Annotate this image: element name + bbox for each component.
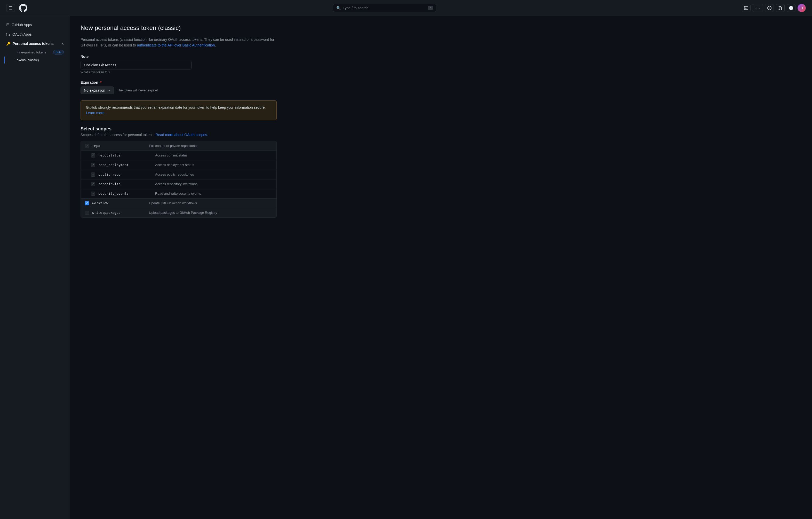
description-text: Personal access tokens (classic) functio…	[81, 37, 277, 48]
scope-desc-public-repo: Access public repositories	[155, 172, 194, 176]
expiration-hint: The token will never expire!	[117, 88, 158, 92]
hamburger-button[interactable]	[6, 4, 15, 12]
repo-checkbox[interactable]: ✓	[85, 144, 89, 148]
app-layout: ⊞ GitHub Apps OAuth Apps 🔑 Personal acce…	[0, 16, 812, 519]
note-group: Note What's this token for?	[81, 54, 277, 74]
scope-row-repo-deployment: ✓ repo_deployment Access deployment stat…	[81, 160, 277, 170]
expiration-select[interactable]: No expiration 7 days 30 days 60 days 90 …	[81, 86, 114, 94]
scope-name-repo-invite: repo:invite	[98, 182, 155, 186]
scope-name-workflow: workflow	[92, 201, 149, 205]
write-packages-checkbox[interactable]	[85, 211, 89, 215]
scopes-table: ✓ repo Full control of private repositor…	[81, 141, 277, 218]
topnav-left	[6, 4, 27, 12]
pullrequests-button[interactable]	[776, 4, 785, 12]
key-icon: 🔑	[6, 42, 10, 46]
sidebar-item-label: OAuth Apps	[12, 32, 32, 36]
scopes-desc: Scopes define the access for personal to…	[81, 133, 277, 137]
scope-row-public-repo: ✓ public_repo Access public repositories	[81, 170, 277, 180]
search-shortcut: /	[428, 6, 433, 10]
public-repo-checkbox[interactable]: ✓	[91, 172, 95, 176]
page-title: New personal access token (classic)	[81, 24, 802, 31]
issues-button[interactable]	[765, 4, 774, 12]
beta-badge: Beta	[53, 50, 64, 54]
description-link[interactable]: authenticate to the API over Basic Authe…	[137, 43, 215, 47]
scope-row-workflow: ✓ workflow Update GitHub Action workflow…	[81, 198, 277, 208]
avatar: U	[798, 4, 806, 12]
avatar-button[interactable]: U	[798, 4, 806, 12]
repo-deployment-checkbox[interactable]: ✓	[91, 163, 95, 167]
github-apps-icon: ⊞	[6, 22, 9, 27]
repo-invite-checkbox[interactable]: ✓	[91, 182, 95, 186]
scope-desc-repo-status: Access commit status	[155, 154, 187, 157]
repo-status-checkbox[interactable]: ✓	[91, 154, 95, 158]
oauth-apps-icon	[6, 32, 10, 37]
note-label: Note	[81, 54, 277, 59]
subitem-label: Tokens (classic)	[15, 58, 39, 62]
select-wrapper: No expiration 7 days 30 days 60 days 90 …	[81, 86, 277, 94]
scope-name-security-events: security_events	[98, 192, 155, 195]
sidebar-subitem-fine-grained[interactable]: Fine-grained tokens Beta	[6, 48, 68, 56]
warning-text: GitHub strongly recommends that you set …	[86, 105, 271, 116]
sidebar-item-label: GitHub Apps	[11, 23, 32, 27]
workflow-checkbox[interactable]: ✓	[85, 201, 89, 205]
oauth-scopes-link[interactable]: Read more about OAuth scopes.	[155, 133, 208, 137]
security-events-checkbox[interactable]: ✓	[91, 192, 95, 196]
topnav: 🔍 Type / to search / +	[0, 0, 812, 16]
sidebar-submenu: Fine-grained tokens Beta Tokens (classic…	[4, 48, 70, 63]
scopes-title: Select scopes	[81, 126, 277, 132]
sidebar-item-oauth-apps[interactable]: OAuth Apps	[2, 30, 68, 39]
note-input[interactable]	[81, 61, 192, 70]
github-logo	[19, 4, 27, 12]
scope-desc-workflow: Update GitHub Action workflows	[149, 201, 197, 205]
warning-box: GitHub strongly recommends that you set …	[81, 101, 277, 120]
scope-desc-security-events: Read and write security events	[155, 192, 201, 195]
expiration-group: Expiration * No expiration 7 days 30 day…	[81, 80, 277, 94]
scopes-section: Select scopes Scopes define the access f…	[81, 126, 277, 218]
search-icon: 🔍	[336, 6, 341, 10]
scope-desc-repo: Full control of private repositories	[149, 144, 198, 148]
new-label: +	[755, 6, 757, 10]
learn-more-link[interactable]: Learn more	[86, 111, 105, 115]
new-button[interactable]: +	[753, 4, 763, 12]
terminal-button[interactable]	[742, 4, 751, 12]
sidebar-item-label: Personal access tokens	[13, 42, 54, 46]
scope-row-repo-status: ✓ repo:status Access commit status	[81, 151, 277, 160]
scope-name-write-packages: write:packages	[92, 211, 149, 215]
sidebar-item-github-apps[interactable]: ⊞ GitHub Apps	[2, 20, 68, 29]
main-content: New personal access token (classic) Pers…	[70, 16, 812, 519]
required-asterisk: *	[100, 80, 102, 84]
subitem-label: Fine-grained tokens	[17, 50, 46, 54]
scope-row-write-packages: write:packages Upload packages to GitHub…	[81, 208, 277, 217]
sidebar-subitem-tokens-classic[interactable]: Tokens (classic)	[4, 57, 68, 63]
note-hint: What's this token for?	[81, 71, 277, 74]
scope-name-public-repo: public_repo	[98, 172, 155, 176]
scope-desc-write-packages: Upload packages to GitHub Package Regist…	[149, 211, 217, 215]
scope-row-repo-invite: ✓ repo:invite Access repository invitati…	[81, 180, 277, 189]
scope-desc-repo-deployment: Access deployment status	[155, 163, 194, 167]
scope-desc-repo-invite: Access repository invitations	[155, 182, 198, 186]
search-bar[interactable]: 🔍 Type / to search /	[333, 4, 436, 12]
scope-row-security-events: ✓ security_events Read and write securit…	[81, 189, 277, 198]
sidebar-item-personal-access-tokens[interactable]: 🔑 Personal access tokens ∧	[2, 39, 68, 48]
topnav-right: + U	[742, 4, 806, 12]
chevron-up-icon: ∧	[61, 42, 64, 46]
search-text: Type / to search	[343, 6, 426, 10]
scope-row-repo: ✓ repo Full control of private repositor…	[81, 141, 277, 151]
sidebar: ⊞ GitHub Apps OAuth Apps 🔑 Personal acce…	[0, 16, 70, 519]
scope-name-repo-deployment: repo_deployment	[98, 163, 155, 167]
inbox-button[interactable]	[787, 4, 795, 12]
scope-name-repo: repo	[92, 144, 149, 148]
expiration-label: Expiration *	[81, 80, 277, 84]
search-container: 🔍 Type / to search /	[31, 4, 738, 12]
scope-name-repo-status: repo:status	[98, 154, 155, 157]
